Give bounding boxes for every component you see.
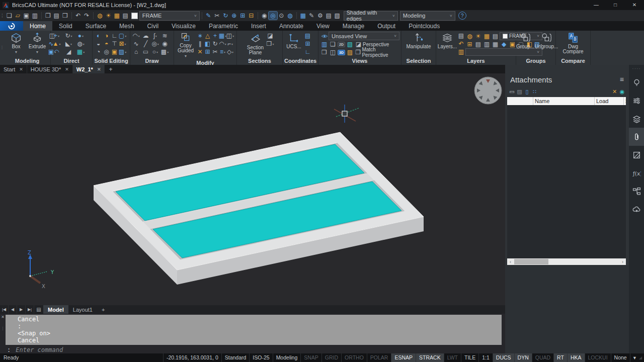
fields-icon[interactable]: ƒ(x) xyxy=(629,164,644,182)
dm-fillet-icon[interactable]: ◠ xyxy=(52,48,61,56)
document-tab-w2_1-[interactable]: W2_1*✕ xyxy=(73,65,105,73)
wire-sphere-icon[interactable]: ⊙ xyxy=(277,12,286,20)
attach-pointcloud-icon[interactable]: ∷ xyxy=(531,87,538,96)
layout-list-icon[interactable]: ▤ xyxy=(34,305,43,314)
layer-freeze-icon[interactable]: ▦ xyxy=(113,12,121,20)
new-tab-button[interactable]: + xyxy=(105,65,116,73)
copy-guided-button[interactable]: Copy Guided▼ xyxy=(176,32,196,59)
plot-icon[interactable]: ▤ xyxy=(491,32,500,40)
dwg-compare-button[interactable]: Dwg Compare xyxy=(561,32,584,55)
torus-icon[interactable]: ◉ xyxy=(160,40,169,48)
sketch-icon[interactable]: ✎ xyxy=(307,12,316,20)
save-icon[interactable]: ▣ xyxy=(22,12,31,20)
chamfer-icon[interactable]: ⌐▾ xyxy=(226,40,234,48)
command-input[interactable]: : Enter command xyxy=(6,346,63,353)
extrude-button[interactable]: Extrude▼ xyxy=(27,32,48,55)
close-button[interactable]: ✕ xyxy=(625,0,644,10)
column-load[interactable]: Load xyxy=(595,97,624,105)
ribbon-tab-annotate[interactable]: Annotate xyxy=(273,21,310,31)
window-frame-solid[interactable] xyxy=(94,132,424,285)
bricscad-logo[interactable] xyxy=(0,21,23,31)
ucs-entity-icon[interactable]: ∟ xyxy=(303,48,312,56)
dm-sphere-icon[interactable]: ●▾ xyxy=(76,32,85,40)
dm-pushpull-icon[interactable]: ▲▾ xyxy=(52,40,61,48)
shell-icon[interactable]: ◎ xyxy=(102,48,111,56)
slice-icon[interactable]: ◔ xyxy=(94,48,103,56)
imprint-icon[interactable]: ◓ xyxy=(102,40,111,48)
plot-icon[interactable]: ▤ xyxy=(52,12,61,20)
close-tab-icon[interactable]: ✕ xyxy=(65,67,69,72)
status-1-1[interactable]: 1:1 xyxy=(478,353,493,362)
ungroup-button[interactable]: Ungroup... xyxy=(536,32,557,50)
maximize-button[interactable]: □ xyxy=(606,0,625,10)
online-icon[interactable]: ◉ xyxy=(618,87,626,96)
ucs-sheet-icon[interactable]: ▤ xyxy=(303,32,312,40)
status-standard[interactable]: Standard xyxy=(221,353,250,362)
layer-combo[interactable]: FRAME˅ xyxy=(139,11,200,21)
toolbar-handle[interactable]: ⁞ xyxy=(2,13,4,19)
help-icon[interactable]: ? xyxy=(458,12,466,20)
line-icon[interactable]: ╱ xyxy=(141,40,150,48)
minimize-button[interactable]: — xyxy=(587,0,606,10)
column-size[interactable]: S xyxy=(624,97,626,105)
ellipse-icon[interactable]: ○▾ xyxy=(151,48,159,56)
status-modeling[interactable]: Modeling xyxy=(273,353,301,362)
color-swatch[interactable] xyxy=(131,13,138,19)
layer-bulb-icon[interactable]: ◍ xyxy=(96,12,104,20)
document-tab-start[interactable]: Start✕ xyxy=(0,65,27,73)
layer-delete-icon[interactable]: ▦ xyxy=(491,40,500,48)
ucs-near-icon[interactable]: ⊞ xyxy=(303,40,312,48)
scroll-left-icon[interactable]: ‹ xyxy=(507,259,514,264)
structure-icon[interactable] xyxy=(629,182,644,200)
attach-raster-icon[interactable]: ▨ xyxy=(516,87,523,96)
panel-menu-icon[interactable]: ≡ xyxy=(620,75,624,83)
tips-icon[interactable] xyxy=(629,73,644,92)
add-layout-button[interactable]: + xyxy=(97,305,109,314)
dm-move-icon[interactable]: +▾ xyxy=(52,32,61,40)
ribbon-tab-home[interactable]: Home xyxy=(23,21,52,31)
extract-faces-icon[interactable]: ▢▾ xyxy=(118,32,127,40)
layers-panel-icon[interactable] xyxy=(629,110,644,128)
badge-3d-icon[interactable]: 3D xyxy=(337,48,346,56)
scrollbar-thumb[interactable] xyxy=(514,259,548,264)
face-edit-icon[interactable]: ▨▾ xyxy=(118,48,127,56)
regen-icon[interactable]: ⊕ xyxy=(230,12,238,20)
camera-icon[interactable]: ❒ xyxy=(320,48,329,56)
press-pull-icon[interactable]: ⊤ xyxy=(110,40,119,48)
status-tile[interactable]: TILE xyxy=(461,353,478,362)
shade-sphere-icon[interactable]: ◎ xyxy=(269,12,277,20)
view-combo[interactable]: Unsaved View˅ xyxy=(329,32,399,40)
freeze-icon[interactable]: ▦ xyxy=(482,32,491,40)
flip-icon[interactable]: ◫▾ xyxy=(226,32,234,40)
status--[interactable]: ▾ xyxy=(630,353,639,362)
layer-sun-icon[interactable]: ☀ xyxy=(104,12,113,20)
sheets-icon[interactable] xyxy=(629,146,644,164)
ucs-button[interactable]: UCS... xyxy=(284,32,303,50)
status-ortho[interactable]: ORTHO xyxy=(341,353,367,362)
status-polar[interactable]: POLAR xyxy=(367,353,391,362)
dm-rotate-icon[interactable]: ↻▾ xyxy=(64,32,73,40)
box-button[interactable]: Box▼ xyxy=(6,32,27,55)
ribbon-tab-mesh[interactable]: Mesh xyxy=(113,21,140,31)
strip-handle[interactable]: ···· xyxy=(632,66,640,71)
column-name[interactable]: Name xyxy=(533,97,595,105)
layer-match-icon[interactable]: ▥ xyxy=(457,48,465,56)
layer-print-icon[interactable]: ▤ xyxy=(121,12,130,20)
document-tab-house-3d-[interactable]: HOUSE 3D*✕ xyxy=(27,65,73,73)
manipulate-button[interactable]: Manipulate xyxy=(406,32,432,50)
subtract-icon[interactable]: ◑ xyxy=(102,32,111,40)
ribbon-tab-pointclouds[interactable]: Pointclouds xyxy=(402,21,446,31)
view-restore-icon[interactable]: ▥ xyxy=(320,40,329,48)
viewports-icon[interactable]: ◫ xyxy=(329,48,337,56)
ribbon-tab-civil[interactable]: Civil xyxy=(140,21,165,31)
attach-dwg-icon[interactable]: ▯ xyxy=(523,87,531,96)
rectangle-icon[interactable]: ▭ xyxy=(141,48,150,56)
section-block-icon[interactable]: ❒▾ xyxy=(266,40,275,48)
layer-new-icon[interactable]: ⊞ xyxy=(465,40,474,48)
dm-morph-icon[interactable]: ◍▾ xyxy=(76,40,85,48)
ribbon-tab-solid[interactable]: Solid xyxy=(52,21,79,31)
status-rt[interactable]: RT xyxy=(553,353,567,362)
status-dyn[interactable]: DYN xyxy=(514,353,532,362)
status-quad[interactable]: QUAD xyxy=(532,353,553,362)
dm-extrude-icon[interactable]: ▦▾ xyxy=(76,48,85,56)
